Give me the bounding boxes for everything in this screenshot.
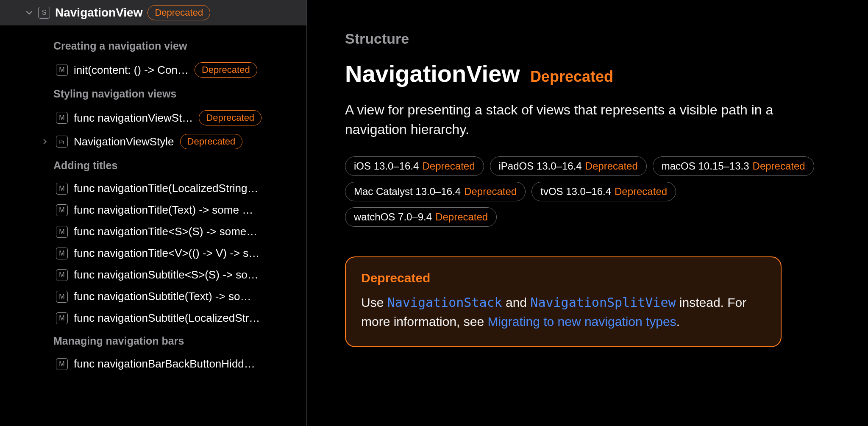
platform-pills: iOS 13.0–16.4DeprecatediPadOS 13.0–16.4D…	[345, 156, 830, 227]
platform-pill: iOS 13.0–16.4Deprecated	[345, 156, 484, 176]
sidebar-item[interactable]: Minit(content: () -> Con…Deprecated	[0, 58, 306, 82]
sidebar-item[interactable]: PrNavigationViewStyleDeprecated	[0, 130, 306, 153]
section-heading: Styling navigation views	[0, 82, 306, 106]
platform-pill: macOS 10.15–13.3Deprecated	[653, 156, 814, 176]
sidebar-item[interactable]: Mfunc navigationBarBackButtonHidden…	[0, 353, 306, 375]
platform-name: watchOS 7.0–9.4	[354, 211, 432, 223]
sidebar-item-label: func navigationTitle<S>(S) -> some V…	[74, 225, 260, 238]
platform-status: Deprecated	[615, 186, 667, 198]
platform-pill: Mac Catalyst 13.0–16.4Deprecated	[345, 182, 526, 201]
symbol-icon: M	[56, 226, 68, 238]
symbol-icon: M	[56, 64, 68, 76]
sidebar-item-label: func navigationBarBackButtonHidden…	[74, 357, 260, 370]
link-navigationstack[interactable]: NavigationStack	[387, 295, 502, 310]
section-heading: Creating a navigation view	[0, 34, 306, 58]
main-content: Structure NavigationView Deprecated A vi…	[307, 0, 868, 426]
deprecated-badge: Deprecated	[180, 134, 243, 149]
platform-name: iPadOS 13.0–16.4	[499, 160, 582, 172]
sidebar-item[interactable]: Mfunc navigationTitle(Text) -> some Vi…	[0, 199, 306, 221]
sidebar-item[interactable]: Mfunc navigationTitle<S>(S) -> some V…	[0, 221, 306, 242]
sidebar-item[interactable]: Mfunc navigationSubtitle<S>(S) -> so…	[0, 264, 306, 286]
notice-title: Deprecated	[361, 271, 765, 285]
symbol-icon: M	[56, 204, 68, 216]
page-title-row: NavigationView Deprecated	[345, 60, 830, 87]
link-navigationsplitview[interactable]: NavigationSplitView	[530, 295, 676, 310]
deprecated-badge: Deprecated	[199, 110, 262, 125]
symbol-icon: M	[56, 112, 68, 124]
platform-pill: iPadOS 13.0–16.4Deprecated	[490, 156, 647, 176]
section-heading: Managing navigation bars	[0, 329, 306, 353]
platform-name: macOS 10.15–13.3	[662, 160, 749, 172]
platform-name: tvOS 13.0–16.4	[540, 186, 611, 198]
symbol-icon: M	[56, 291, 68, 303]
platform-name: iOS 13.0–16.4	[354, 160, 419, 172]
sidebar-item[interactable]: Mfunc navigationSubtitle(LocalizedStri…	[0, 307, 306, 329]
sidebar-item-label: func navigationTitle(LocalizedStringK…	[74, 182, 260, 195]
sidebar: S NavigationView Deprecated Creating a n…	[0, 0, 307, 426]
sidebar-item-label: func navigationViewSt…	[74, 111, 193, 125]
chevron-right-icon[interactable]	[40, 139, 50, 145]
sidebar-list: Creating a navigation viewMinit(content:…	[0, 25, 306, 426]
symbol-icon: Pr	[56, 136, 68, 148]
sidebar-item[interactable]: Mfunc navigationTitle<V>(() -> V) -> so…	[0, 242, 306, 264]
summary: A view for presenting a stack of views t…	[345, 100, 782, 139]
page-title: NavigationView	[345, 60, 520, 87]
sidebar-item-label: func navigationTitle(Text) -> some Vi…	[74, 203, 260, 217]
notice-body: Use NavigationStack and NavigationSplitV…	[361, 293, 765, 331]
chevron-down-icon[interactable]	[25, 9, 33, 17]
sidebar-item[interactable]: Mfunc navigationViewSt…Deprecated	[0, 106, 306, 130]
sidebar-item-label: func navigationTitle<V>(() -> V) -> so…	[74, 247, 260, 260]
platform-status: Deprecated	[435, 211, 488, 223]
sidebar-item-label: func navigationSubtitle(LocalizedStri…	[74, 312, 260, 325]
symbol-icon: M	[56, 248, 68, 259]
platform-status: Deprecated	[464, 186, 517, 198]
sidebar-item-label: NavigationViewStyle	[74, 135, 174, 148]
symbol-icon: M	[56, 183, 68, 195]
deprecated-badge: Deprecated	[147, 5, 210, 20]
link-migrating[interactable]: Migrating to new navigation types	[487, 315, 676, 329]
struct-icon: S	[38, 7, 50, 19]
platform-status: Deprecated	[585, 160, 638, 172]
eyebrow: Structure	[345, 31, 830, 47]
sidebar-item[interactable]: Mfunc navigationSubtitle(Text) -> som…	[0, 286, 306, 307]
platform-name: Mac Catalyst 13.0–16.4	[354, 186, 461, 198]
sidebar-item-label: func navigationSubtitle(Text) -> som…	[74, 290, 260, 303]
deprecation-notice: Deprecated Use NavigationStack and Navig…	[345, 256, 782, 347]
sidebar-item-label: init(content: () -> Con…	[74, 64, 189, 77]
sidebar-header-title: NavigationView	[55, 6, 142, 19]
deprecated-badge: Deprecated	[195, 62, 257, 78]
platform-pill: tvOS 13.0–16.4Deprecated	[531, 182, 676, 201]
symbol-icon: M	[56, 312, 68, 324]
symbol-icon: M	[56, 269, 68, 281]
platform-status: Deprecated	[753, 160, 805, 172]
platform-pill: watchOS 7.0–9.4Deprecated	[345, 207, 497, 227]
sidebar-item-label: func navigationSubtitle<S>(S) -> so…	[74, 268, 259, 281]
platform-status: Deprecated	[422, 160, 475, 172]
page-title-deprecated: Deprecated	[530, 68, 613, 86]
symbol-icon: M	[56, 358, 68, 370]
sidebar-header[interactable]: S NavigationView Deprecated	[0, 0, 306, 25]
sidebar-item[interactable]: Mfunc navigationTitle(LocalizedStringK…	[0, 178, 306, 199]
section-heading: Adding titles	[0, 153, 306, 178]
